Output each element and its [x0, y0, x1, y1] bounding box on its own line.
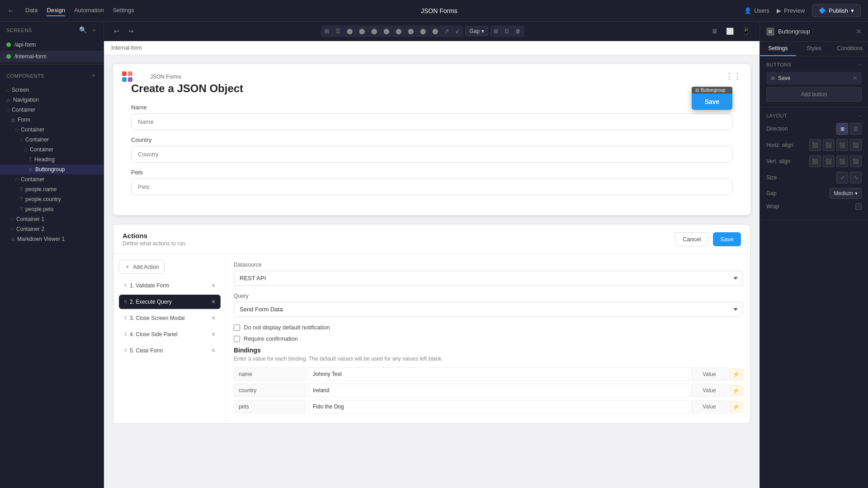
- tree-item-people-pets[interactable]: T people.pets: [0, 204, 104, 214]
- action-close-4[interactable]: ✕: [211, 331, 216, 338]
- expand-icon[interactable]: ↗: [442, 26, 452, 36]
- tab-styles[interactable]: Styles: [796, 42, 832, 56]
- tree-item-container1[interactable]: □ Container 1: [0, 214, 104, 224]
- screen-item-internal-form[interactable]: /internal-form: [0, 51, 104, 62]
- add-action-button[interactable]: ＋ Add Action: [119, 260, 165, 274]
- align-left-icon[interactable]: ⬤: [344, 26, 355, 36]
- horiz-right-btn[interactable]: ⬛: [836, 139, 848, 151]
- vert-bot-icon[interactable]: ⬤: [417, 26, 429, 36]
- align-center-icon[interactable]: ⬤: [356, 26, 368, 36]
- add-screen-icon[interactable]: ＋: [91, 26, 98, 34]
- vert-center-btn[interactable]: ⬛: [823, 155, 835, 167]
- tab-conditions[interactable]: Conditions: [832, 42, 868, 56]
- users-button[interactable]: 👤 Users: [744, 7, 769, 14]
- shrink-icon[interactable]: ↙: [453, 26, 462, 36]
- action-item-4[interactable]: ⠿ 4. Close Side Panel ✕: [119, 327, 221, 342]
- tree-item-container3[interactable]: □ Container: [0, 135, 104, 145]
- redo-button[interactable]: ↪: [126, 26, 137, 37]
- buttons-collapse-icon[interactable]: −: [859, 62, 862, 67]
- tab-settings[interactable]: Settings: [113, 5, 134, 16]
- tab-design[interactable]: Design: [47, 5, 65, 16]
- action-close-5[interactable]: ✕: [211, 347, 216, 354]
- tree-item-heading[interactable]: T Heading: [0, 155, 104, 164]
- tree-item-form[interactable]: ▤ Form: [0, 115, 104, 125]
- horiz-left-btn[interactable]: ⬛: [809, 139, 821, 151]
- back-button[interactable]: ←: [7, 7, 14, 15]
- tree-item-container2[interactable]: □ Container: [0, 125, 104, 135]
- grid-icon[interactable]: ⊞: [491, 26, 501, 36]
- align-right-icon[interactable]: ⬤: [368, 26, 380, 36]
- vert-bot-btn[interactable]: ⬛: [836, 155, 848, 167]
- panel-close-button[interactable]: ✕: [856, 27, 862, 36]
- vert-mid-icon[interactable]: ⬤: [405, 26, 416, 36]
- tree-item-container[interactable]: □ Container: [0, 105, 104, 115]
- undo-button[interactable]: ↩: [111, 26, 122, 37]
- tree-item-container2b[interactable]: □ Container 2: [0, 224, 104, 234]
- binding-val-country[interactable]: Ireland: [308, 384, 689, 397]
- vert-stretch-icon[interactable]: ⬤: [429, 26, 441, 36]
- binding-flash-pets[interactable]: ⚡: [729, 401, 743, 413]
- align-stretch-icon[interactable]: ⬤: [381, 26, 392, 36]
- binding-val-name[interactable]: Johnny Test: [308, 367, 689, 381]
- tab-automation[interactable]: Automation: [74, 5, 104, 16]
- add-component-icon[interactable]: ＋: [90, 71, 98, 80]
- tab-settings[interactable]: Settings: [760, 42, 796, 56]
- layout-collapse-icon[interactable]: −: [859, 113, 862, 118]
- binding-flash-country[interactable]: ⚡: [729, 385, 743, 396]
- query-select[interactable]: Send Form Data: [234, 302, 743, 317]
- button-gear-icon[interactable]: ⚙: [771, 75, 775, 81]
- tree-item-container4[interactable]: □ Container: [0, 145, 104, 155]
- preview-button[interactable]: ▶ Preview: [777, 7, 805, 14]
- direction-rows-btn[interactable]: ☰: [850, 123, 862, 135]
- duplicate-icon[interactable]: ⊡: [502, 26, 512, 36]
- align-cols-icon[interactable]: ⊞: [322, 26, 332, 36]
- require-confirmation-checkbox[interactable]: [234, 336, 240, 342]
- align-rows-icon[interactable]: ☰: [333, 26, 343, 36]
- delete-icon[interactable]: 🗑: [513, 26, 524, 36]
- tree-item-people-name[interactable]: T people.name: [0, 184, 104, 194]
- publish-button[interactable]: 🔷 Publish ▾: [812, 4, 861, 17]
- tree-item-container5[interactable]: □ Container: [0, 174, 104, 184]
- action-close-2[interactable]: ✕: [211, 299, 216, 305]
- tab-data[interactable]: Data: [25, 5, 38, 16]
- gap-dropdown[interactable]: Gap ▾: [465, 26, 488, 36]
- field-input-name[interactable]: [131, 113, 732, 130]
- actions-save-button[interactable]: Save: [713, 232, 741, 246]
- add-button-button[interactable]: Add button: [766, 87, 862, 102]
- datasource-select[interactable]: REST API: [234, 271, 743, 286]
- button-item-close[interactable]: ✕: [853, 75, 857, 81]
- size-shrink-btn[interactable]: ⤢: [836, 172, 848, 183]
- size-expand-btn[interactable]: ⤡: [850, 172, 862, 183]
- field-input-country[interactable]: [131, 146, 732, 163]
- buttongroup-save-button[interactable]: Save: [692, 94, 732, 110]
- tree-item-buttongroup[interactable]: ⊟ Buttongroup: [0, 164, 104, 174]
- action-item-1[interactable]: ⠿ 1. Validate Form ✕: [119, 278, 221, 293]
- action-close-1[interactable]: ✕: [211, 282, 216, 289]
- wrap-checkbox[interactable]: [855, 203, 862, 210]
- tablet-view-button[interactable]: ⬜: [723, 26, 736, 37]
- form-preview-dots[interactable]: ⋮⋮: [725, 71, 741, 81]
- binding-val-pets[interactable]: Fido the Dog: [308, 400, 689, 413]
- no-notification-checkbox[interactable]: [234, 324, 240, 331]
- action-item-3[interactable]: ⠿ 3. Close Screen Modal ✕: [119, 311, 221, 325]
- mobile-view-button[interactable]: 📱: [739, 26, 752, 37]
- action-item-5[interactable]: ⠿ 5. Clear Form ✕: [119, 343, 221, 358]
- tree-item-navigation[interactable]: ◎ Navigation: [0, 95, 104, 105]
- gap-dropdown-right[interactable]: Medium ▾: [830, 188, 862, 199]
- vert-top-icon[interactable]: ⬤: [393, 26, 404, 36]
- horiz-stretch-btn[interactable]: ⬛: [850, 139, 862, 151]
- tree-item-markdown[interactable]: ⊟ Markdown Viewer 1: [0, 234, 104, 244]
- screen-item-api-form[interactable]: /api-form: [0, 39, 104, 51]
- horiz-center-btn[interactable]: ⬛: [823, 139, 835, 151]
- field-input-pets[interactable]: [131, 178, 732, 195]
- action-close-3[interactable]: ✕: [211, 315, 216, 321]
- tree-item-screen[interactable]: □ Screen: [0, 85, 104, 95]
- vert-stretch-btn[interactable]: ⬛: [850, 155, 862, 167]
- tree-item-people-country[interactable]: T people.country: [0, 194, 104, 204]
- direction-columns-btn[interactable]: ⊞: [836, 123, 848, 135]
- action-item-2[interactable]: ⠿ 2. Execute Query ✕: [119, 295, 221, 309]
- search-icon[interactable]: 🔍: [79, 26, 87, 34]
- binding-flash-name[interactable]: ⚡: [729, 369, 743, 380]
- vert-top-btn[interactable]: ⬛: [809, 155, 821, 167]
- desktop-view-button[interactable]: 🖥: [709, 26, 721, 37]
